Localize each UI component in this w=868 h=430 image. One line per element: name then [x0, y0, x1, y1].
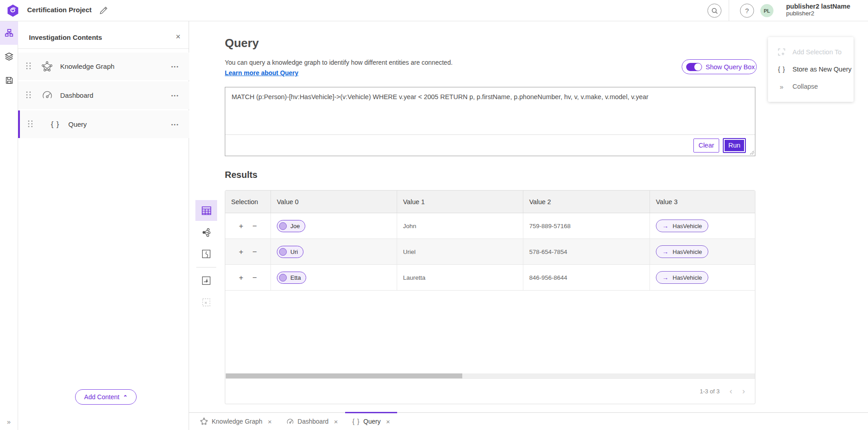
lasso-select-view-button[interactable]: [195, 292, 217, 313]
map-icon: [202, 249, 211, 258]
chevrons-right-icon: »: [777, 83, 786, 91]
show-query-box-toggle[interactable]: Show Query Box: [682, 59, 757, 74]
dashboard-icon: [41, 90, 53, 101]
dashboard-icon: [286, 418, 294, 425]
network-view-button[interactable]: [195, 222, 217, 243]
clear-button[interactable]: Clear: [693, 139, 719, 153]
tab-query[interactable]: { } Query ×: [345, 413, 397, 430]
add-to-selection-button[interactable]: +: [238, 273, 244, 282]
entity-label: Joe: [290, 223, 300, 229]
tab-dashboard[interactable]: Dashboard ×: [279, 413, 345, 430]
column-header-value1: Value 1: [397, 191, 523, 213]
user-subtitle: publisher2: [786, 10, 850, 17]
run-button[interactable]: Run: [723, 138, 746, 153]
expand-rail-button[interactable]: »: [0, 418, 18, 425]
braces-icon: { }: [777, 66, 786, 73]
close-tab-icon[interactable]: ×: [386, 418, 390, 425]
entity-label: Uri: [290, 248, 298, 255]
rail-item-save[interactable]: [0, 68, 18, 92]
relation-chip[interactable]: → HasVehicle: [656, 245, 708, 258]
content-item-dashboard[interactable]: Dashboard •••: [18, 81, 189, 109]
avatar[interactable]: PL: [760, 4, 773, 17]
remove-from-selection-button[interactable]: −: [251, 273, 258, 282]
query-input[interactable]: MATCH (p:Person)-[hv:HasVehicle]->(v:Veh…: [225, 87, 755, 135]
add-to-selection-button[interactable]: +: [238, 247, 244, 257]
knowledge-graph-icon: [200, 417, 208, 425]
horizontal-scrollbar[interactable]: [226, 373, 755, 378]
next-page-button[interactable]: ›: [742, 387, 745, 396]
menu-item-add-selection-to[interactable]: Add Selection To: [768, 43, 854, 61]
close-tab-icon[interactable]: ×: [268, 418, 272, 425]
add-selection-icon: [777, 48, 786, 56]
selection-cell: + −: [225, 213, 271, 239]
relation-chip[interactable]: → HasVehicle: [656, 220, 708, 232]
relation-label: HasVehicle: [673, 248, 702, 255]
relation-arrow-icon: →: [662, 248, 669, 255]
query-context-menu: Add Selection To { } Store as New Query …: [768, 37, 854, 102]
content-item-label: Knowledge Graph: [60, 62, 114, 70]
entity-chip[interactable]: Etta: [277, 272, 306, 284]
phone-cell: 578-654-7854: [523, 239, 650, 264]
table-view-button[interactable]: [195, 200, 217, 221]
relation-chip[interactable]: → HasVehicle: [656, 271, 708, 284]
toggle-switch-icon[interactable]: [686, 63, 702, 71]
help-button[interactable]: ?: [740, 4, 754, 18]
entity-chip[interactable]: Joe: [277, 220, 305, 232]
results-table: Selection Value 0 Value 1 Value 2 Value …: [225, 190, 755, 404]
search-button[interactable]: [707, 4, 721, 18]
rail-item-layers[interactable]: [0, 45, 18, 68]
learn-more-link[interactable]: Learn more about Query: [225, 69, 299, 76]
map-cursor-icon: [202, 276, 211, 285]
content-item-knowledge-graph[interactable]: Knowledge Graph •••: [18, 53, 189, 80]
remove-from-selection-button[interactable]: −: [251, 221, 258, 231]
relation-arrow-icon: →: [662, 274, 669, 281]
tab-label: Query: [363, 418, 380, 425]
avatar-initials: PL: [764, 8, 770, 14]
entity-cell: Uri: [271, 239, 397, 264]
entity-node-icon: [279, 222, 287, 230]
query-braces-icon: { }: [49, 119, 61, 130]
scrollbar-thumb[interactable]: [226, 373, 462, 378]
close-panel-icon[interactable]: ×: [175, 32, 180, 42]
entity-node-icon: [279, 248, 287, 256]
overflow-menu-icon[interactable]: •••: [171, 93, 179, 98]
tab-knowledge-graph[interactable]: Knowledge Graph ×: [193, 413, 279, 430]
selection-cell: + −: [225, 265, 271, 290]
relation-label: HasVehicle: [673, 274, 702, 281]
menu-item-collapse[interactable]: » Collapse: [768, 78, 854, 95]
query-description: You can query a knowledge graph to ident…: [225, 59, 453, 66]
map-selection-view-button[interactable]: [195, 270, 217, 291]
entity-cell: Joe: [271, 213, 397, 239]
panel-title: Investigation Contents: [29, 33, 102, 41]
drag-handle-icon[interactable]: [26, 62, 31, 70]
user-block[interactable]: publisher2 lastName publisher2: [786, 3, 850, 17]
content-item-label: Query: [68, 120, 87, 128]
menu-item-label: Add Selection To: [792, 48, 842, 56]
topbar-divider: [729, 0, 729, 21]
first-name-cell: Uriel: [397, 239, 523, 264]
close-tab-icon[interactable]: ×: [334, 418, 338, 425]
previous-page-button[interactable]: ‹: [730, 387, 732, 396]
remove-from-selection-button[interactable]: −: [251, 247, 258, 257]
overflow-menu-icon[interactable]: •••: [171, 122, 179, 127]
content-item-query[interactable]: { } Query •••: [18, 110, 189, 138]
overflow-menu-icon[interactable]: •••: [171, 64, 179, 69]
entity-chip[interactable]: Uri: [277, 246, 304, 258]
top-bar: Certification Project ? PL publisher2 la…: [0, 0, 868, 21]
left-rail: »: [0, 21, 18, 430]
bottom-tab-bar: Knowledge Graph × Dashboard × { } Query …: [189, 412, 868, 430]
add-content-label: Add Content: [84, 393, 119, 401]
resize-handle[interactable]: [749, 150, 754, 155]
relation-arrow-icon: →: [662, 222, 669, 229]
edit-title-icon[interactable]: [99, 5, 109, 15]
drag-handle-icon[interactable]: [28, 120, 33, 128]
drag-handle-icon[interactable]: [26, 91, 31, 99]
add-to-selection-button[interactable]: +: [238, 221, 244, 231]
menu-item-store-as-new-query[interactable]: { } Store as New Query: [768, 61, 854, 78]
map-view-button[interactable]: [195, 244, 217, 264]
add-content-button[interactable]: Add Content ⌃: [75, 389, 137, 405]
rail-item-contents[interactable]: [0, 21, 18, 45]
relation-cell: → HasVehicle: [650, 239, 755, 264]
search-icon: [711, 7, 718, 14]
hierarchy-icon: [5, 29, 14, 38]
